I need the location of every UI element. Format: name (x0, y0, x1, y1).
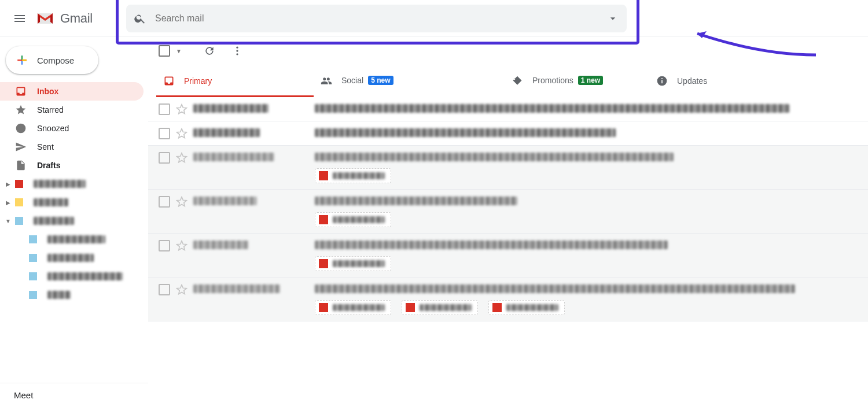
label-color-swatch (29, 272, 37, 280)
caret-down-icon (607, 13, 619, 24)
tab-primary[interactable]: Primary (156, 65, 314, 97)
star-icon[interactable] (176, 284, 187, 295)
attachment-icon (319, 215, 328, 224)
tab-social[interactable]: Social 5 new (314, 65, 505, 97)
row-checkbox[interactable] (159, 152, 170, 164)
app-header: Gmail (0, 0, 868, 37)
nav-sublabel[interactable] (0, 267, 148, 286)
caret-right-icon: ▶ (5, 199, 12, 206)
attachment-chip[interactable] (488, 300, 565, 315)
attachment-chip[interactable] (315, 212, 391, 227)
nav-sublabel[interactable] (0, 249, 148, 267)
gmail-logo[interactable]: Gmail (36, 11, 110, 26)
attachment-icon (319, 303, 328, 312)
redacted-text (34, 198, 68, 206)
caret-down-icon: ▼ (5, 218, 12, 224)
compose-button[interactable]: Compose (6, 46, 98, 74)
svg-point-2 (236, 53, 238, 55)
email-row[interactable] (148, 190, 868, 234)
attachment-icon (406, 303, 415, 312)
attachment-icon (319, 259, 328, 268)
search-box[interactable] (126, 5, 627, 32)
nav-sublabel[interactable] (0, 230, 148, 249)
search-options-button[interactable] (606, 12, 620, 25)
select-all-checkbox[interactable] (159, 45, 170, 57)
email-row[interactable] (148, 278, 868, 321)
row-checkbox[interactable] (159, 103, 170, 115)
label-color-swatch (29, 235, 37, 243)
category-tabs: Primary Social 5 new (148, 65, 868, 97)
nav-label: Drafts (37, 161, 60, 170)
email-row[interactable] (148, 234, 868, 278)
plus-icon (14, 52, 30, 68)
label-color-swatch (29, 254, 37, 262)
row-checkbox[interactable] (159, 240, 170, 251)
tab-label: Updates (677, 76, 707, 86)
meet-section-header[interactable]: Meet (0, 383, 148, 407)
compose-label: Compose (37, 56, 74, 65)
main-menu-button[interactable] (6, 5, 34, 32)
row-sender (193, 151, 309, 161)
star-icon (15, 104, 27, 116)
tab-badge: 1 new (578, 76, 603, 85)
select-all-dropdown[interactable]: ▼ (176, 48, 182, 54)
redacted-text (333, 304, 385, 311)
star-icon[interactable] (176, 103, 187, 115)
attachment-chip[interactable] (315, 168, 391, 183)
redacted-text (34, 217, 74, 225)
row-checkbox[interactable] (159, 128, 170, 139)
star-icon[interactable] (176, 240, 187, 251)
email-row[interactable] (148, 121, 868, 146)
row-checkbox[interactable] (159, 284, 170, 295)
drafts-icon (15, 160, 27, 171)
tab-label: Social (341, 76, 363, 85)
nav-label-1[interactable]: ▶ (0, 175, 148, 193)
label-color-swatch (15, 198, 23, 206)
row-sender (193, 195, 309, 205)
star-icon[interactable] (176, 196, 187, 208)
refresh-icon (204, 45, 215, 57)
nav-sent[interactable]: Sent (0, 138, 144, 156)
row-sender (193, 283, 309, 293)
row-subject (315, 239, 859, 271)
nav-label-3[interactable]: ▼ (0, 212, 148, 230)
row-sender (193, 239, 309, 249)
redacted-text (333, 216, 385, 223)
attachment-chip[interactable] (315, 256, 391, 271)
email-row[interactable] (148, 146, 868, 190)
email-list (148, 97, 868, 407)
nav-starred[interactable]: Starred (0, 101, 144, 119)
tab-updates[interactable]: Updates (649, 65, 807, 97)
redacted-text (47, 291, 71, 299)
updates-tab-icon (656, 75, 668, 87)
row-checkbox[interactable] (159, 196, 170, 208)
more-vert-icon (231, 45, 243, 57)
nav-snoozed[interactable]: Snoozed (0, 119, 144, 138)
social-tab-icon (321, 75, 332, 87)
gmail-logo-text: Gmail (60, 11, 93, 26)
search-area (116, 0, 639, 45)
sent-icon (15, 141, 27, 153)
row-sender (193, 127, 309, 137)
redacted-text (34, 180, 86, 188)
nav-sublabel[interactable] (0, 286, 148, 304)
svg-point-1 (236, 50, 238, 51)
label-color-swatch (15, 217, 23, 225)
star-icon[interactable] (176, 128, 187, 139)
caret-right-icon: ▶ (5, 181, 12, 187)
email-row[interactable] (148, 97, 868, 121)
attachment-icon (319, 171, 328, 180)
attachment-chip[interactable] (315, 300, 391, 315)
svg-rect-4 (661, 80, 663, 83)
main-panel: ▼ Primary (148, 37, 868, 407)
svg-rect-5 (661, 78, 663, 79)
attachment-chip[interactable] (402, 300, 478, 315)
nav-drafts[interactable]: Drafts (0, 156, 144, 175)
search-input[interactable] (147, 13, 606, 24)
nav-label-2[interactable]: ▶ (0, 193, 148, 212)
tab-label: Primary (184, 76, 212, 86)
nav-inbox[interactable]: Inbox (0, 82, 144, 101)
nav-label: Starred (37, 105, 64, 114)
star-icon[interactable] (176, 152, 187, 164)
tab-promotions[interactable]: Promotions 1 new (505, 65, 649, 97)
